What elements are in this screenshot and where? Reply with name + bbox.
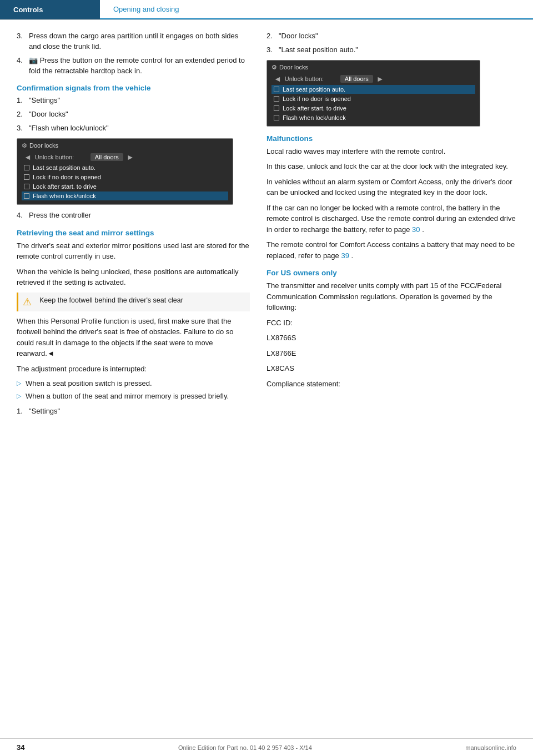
left-row-text-0: Last seat position auto. (33, 164, 95, 171)
right-step-3-num: 3. (266, 45, 279, 56)
right-step-2-text: "Door locks" (279, 31, 516, 42)
step-4: 4. 📷 Press the button on the remote cont… (17, 56, 250, 77)
left-unlock-val: All doors (90, 153, 123, 161)
right-screen-row-1: Lock if no door is opened (271, 94, 475, 103)
warning-text: Keep the footwell behind the driver's se… (39, 296, 183, 306)
malf-para3: In vehicles without an alarm system or C… (266, 177, 516, 198)
right-nav-arrow-left: ◄ (274, 74, 281, 83)
malf-para4-text: If the car can no longer be locked with … (266, 204, 516, 234)
step-3-num: 3. (17, 31, 29, 52)
us-para1: The transmitter and receiver units compl… (266, 280, 516, 313)
left-nav-arrow-right: ► (127, 153, 134, 162)
right-screen-row-2: Lock after start. to drive (271, 104, 475, 113)
right-row-text-2: Lock after start. to drive (283, 105, 346, 112)
step-3-text: Press down the cargo area partition unti… (29, 31, 250, 52)
right-row-text-1: Lock if no door is opened (283, 95, 351, 102)
conf-step-1-num: 1. (17, 95, 29, 106)
right-screen-title: Door locks (279, 64, 308, 70)
right-step-3-text: "Last seat position auto." (279, 45, 516, 56)
conf-step-2-text: "Door locks" (29, 109, 250, 120)
left-screen-image: ⚙ Door locks ◄ Unlock button: All doors … (17, 138, 233, 205)
right-column: 2. "Door locks" 3. "Last seat position a… (261, 31, 533, 420)
warning-box: ⚠ Keep the footwell behind the driver's … (17, 293, 250, 311)
left-nav-arrow: ◄ (24, 153, 32, 162)
left-screen-row-0: Last seat position auto. (22, 163, 228, 172)
section-us-heading: For US owners only (266, 269, 516, 277)
right-row-text-3: Flash when lock/unlock (283, 114, 346, 121)
header-opening-tab: Opening and closing (100, 0, 533, 19)
bullet-item-0: ▷ When a seat position switch is pressed… (17, 379, 250, 389)
right-unlock-val: All doors (340, 75, 373, 83)
header-controls-label: Controls (13, 6, 43, 14)
us-line-3: LX8CAS (266, 363, 516, 374)
left-row-text-1: Lock if no door is opened (33, 174, 101, 180)
left-screen-row-unlock: ◄ Unlock button: All doors ► (22, 152, 228, 163)
header-opening-label: Opening and closing (113, 5, 179, 13)
right-step-2-num: 2. (266, 31, 279, 42)
malf-link-39[interactable]: 39 (341, 251, 349, 260)
us-line-4: Compliance statement: (266, 379, 516, 390)
right-step-2: 2. "Door locks" (266, 31, 516, 42)
conf-step-2-num: 2. (17, 109, 29, 120)
bullet-item-1: ▷ When a button of the seat and mirror m… (17, 391, 250, 402)
retrieve-step-1: 1. "Settings" (17, 406, 250, 417)
right-unlock-label: Unlock button: (285, 75, 340, 82)
us-line-2: LX8766E (266, 348, 516, 359)
main-content: 3. Press down the cargo area partition u… (0, 20, 533, 420)
us-line-1: LX8766S (266, 332, 516, 344)
right-screen-settings-icon: ⚙ (271, 64, 277, 71)
malf-para5: The remote control for Comfort Access co… (266, 239, 516, 261)
conf-step-3-text: "Flash when lock/unlock" (29, 123, 250, 134)
left-row-text-3: Flash when lock/unlock (33, 193, 96, 199)
step-4-text: 📷 Press the button on the remote control… (29, 56, 250, 77)
right-screen-row-3: Flash when lock/unlock (271, 113, 475, 122)
bullet-text-1: When a button of the seat and mirror mem… (26, 391, 250, 402)
malf-para4-end: . (422, 225, 424, 234)
malf-para4: If the car can no longer be locked with … (266, 203, 516, 235)
retrieving-para4: The adjustment procedure is interrupted: (17, 364, 250, 375)
conf-step-2: 2. "Door locks" (17, 109, 250, 120)
conf-step-1-text: "Settings" (29, 95, 250, 106)
right-screen-title-bar: ⚙ Door locks (271, 64, 475, 71)
right-checkbox-1 (274, 96, 279, 102)
footer-right: manualsonline.info (465, 744, 516, 751)
bullet-text-0: When a seat position switch is pressed. (26, 379, 250, 389)
left-checkbox-3 (24, 193, 29, 199)
malf-para1: Local radio waves may interfere with the… (266, 146, 516, 157)
left-checkbox-1 (24, 174, 29, 180)
conf-step-3-num: 3. (17, 123, 29, 134)
right-checkbox-3 (274, 115, 279, 120)
right-step-3: 3. "Last seat position auto." (266, 45, 516, 56)
section-retrieving-heading: Retrieving the seat and mirror settings (17, 229, 250, 237)
us-line-0: FCC ID: (266, 317, 516, 329)
screen-settings-icon: ⚙ (22, 142, 27, 149)
right-nav-arrow-right: ► (376, 74, 384, 83)
bullet-list: ▷ When a seat position switch is pressed… (17, 379, 250, 402)
section-confirmation-heading: Confirmation signals from the vehicle (17, 84, 250, 92)
conf-step-1: 1. "Settings" (17, 95, 250, 106)
retrieve-step-1-num: 1. (17, 406, 29, 417)
camera-icon: 📷 (29, 56, 38, 64)
footer-center: Online Edition for Part no. 01 40 2 957 … (178, 744, 312, 751)
left-screen-title: Door locks (29, 142, 58, 149)
left-screen-row-3-selected: Flash when lock/unlock (22, 191, 228, 200)
bullet-arrow-0: ▷ (17, 379, 26, 388)
right-screen-row-0-selected: Last seat position auto. (271, 85, 475, 94)
step-4b: 4. Press the controller (17, 210, 250, 221)
section-malfunctions-heading: Malfunctions (266, 134, 516, 143)
right-screen-row-unlock: ◄ Unlock button: All doors ► (271, 73, 475, 84)
malf-para5-text: The remote control for Comfort Access co… (266, 240, 515, 260)
step-4b-num: 4. (17, 210, 29, 221)
conf-step-3: 3. "Flash when lock/unlock" (17, 123, 250, 134)
left-unlock-label: Unlock button: (35, 154, 90, 160)
left-checkbox-2 (24, 184, 29, 189)
page-header: Controls Opening and closing (0, 0, 533, 20)
step-4-num: 4. (17, 56, 29, 77)
page-number: 34 (17, 743, 24, 752)
right-screen-image: ⚙ Door locks ◄ Unlock button: All doors … (266, 60, 480, 127)
left-screen-row-1: Lock if no door is opened (22, 173, 228, 182)
warning-icon: ⚠ (23, 296, 35, 308)
malf-para2: In this case, unlock and lock the car at… (266, 161, 516, 172)
right-row-text-0: Last seat position auto. (283, 86, 345, 93)
malf-link-30[interactable]: 30 (412, 225, 420, 234)
